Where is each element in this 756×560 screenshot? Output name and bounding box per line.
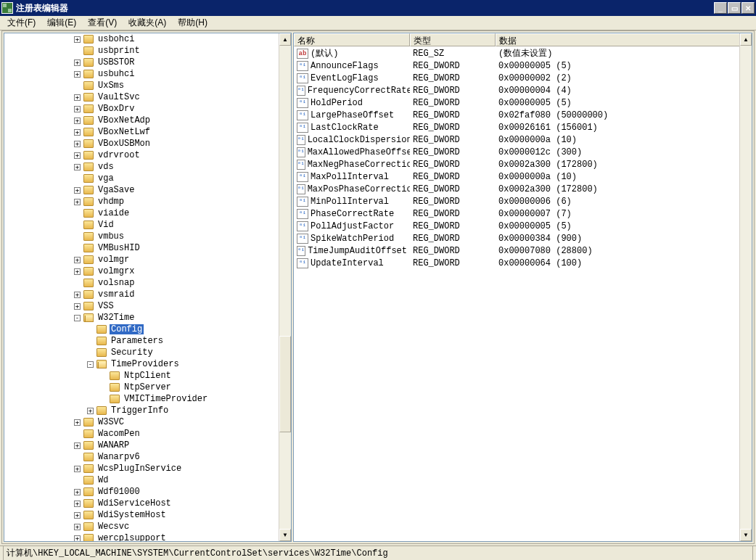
tree-node[interactable]: -TimeProviders xyxy=(7,358,291,370)
expand-icon[interactable]: + xyxy=(74,292,81,298)
value-row[interactable]: ⁰¹AnnounceFlagsREG_DWORD0x00000005 (5) xyxy=(294,59,752,72)
tree-node[interactable]: +Wd xyxy=(7,474,291,486)
tree-node-label[interactable]: volmgrx xyxy=(96,266,136,276)
tree-node[interactable]: +NtpServer xyxy=(7,382,291,393)
value-row[interactable]: ⁰¹HoldPeriodREG_DWORD0x00000005 (5) xyxy=(294,96,752,109)
tree-node-label[interactable]: vdrvroot xyxy=(96,150,141,160)
col-header-data[interactable]: 数据 xyxy=(496,33,752,46)
tree-node[interactable]: +VBoxUSBMon xyxy=(7,138,291,149)
tree-node-label[interactable]: VaultSvc xyxy=(96,92,141,102)
tree-node[interactable]: +Parameters xyxy=(7,335,291,347)
tree-node[interactable]: +Wdf01000 xyxy=(7,486,291,498)
scroll-down-button[interactable]: ▼ xyxy=(740,529,752,541)
expand-icon[interactable]: + xyxy=(74,199,81,205)
value-row[interactable]: ⁰¹SpikeWatchPeriodREG_DWORD0x00000384 (9… xyxy=(294,232,752,244)
maximize-button[interactable]: ▭ xyxy=(728,2,741,14)
tree-node-label[interactable]: vds xyxy=(96,162,115,172)
tree-node[interactable]: +usbuhci xyxy=(7,68,291,80)
tree-node-label[interactable]: vga xyxy=(96,173,115,184)
tree-node[interactable]: +WANARP xyxy=(7,440,291,451)
scroll-track[interactable] xyxy=(740,46,752,529)
tree-node[interactable]: +Vid xyxy=(7,219,291,231)
expand-icon[interactable]: + xyxy=(74,512,81,519)
tree-node-label[interactable]: VgaSave xyxy=(96,185,136,195)
value-row[interactable]: ⁰¹MaxPollIntervalREG_DWORD0x0000000a (10… xyxy=(294,170,752,183)
expand-icon[interactable]: + xyxy=(74,303,81,310)
expand-icon[interactable]: + xyxy=(74,129,81,136)
tree-node[interactable]: +VBoxNetAdp xyxy=(7,115,291,126)
tree-node-label[interactable]: Wanarpv6 xyxy=(96,452,141,462)
tree-node[interactable]: +WacomPen xyxy=(7,428,291,440)
col-header-type[interactable]: 类型 xyxy=(410,33,496,46)
value-row[interactable]: ⁰¹MaxNegPhaseCorrectionREG_DWORD0x0002a3… xyxy=(294,158,752,170)
expand-icon[interactable]: + xyxy=(74,36,81,43)
tree-node[interactable]: +VSS xyxy=(7,300,291,312)
menu-favorites[interactable]: 收藏夹(A) xyxy=(123,15,172,30)
tree-node-label[interactable]: TriggerInfo xyxy=(110,405,170,416)
scroll-track[interactable] xyxy=(279,46,291,529)
tree-node-label[interactable]: VBoxNetLwf xyxy=(96,127,152,137)
expand-icon[interactable]: + xyxy=(74,419,81,426)
expand-icon[interactable]: + xyxy=(74,524,81,530)
tree-node-label[interactable]: volmgr xyxy=(96,255,131,265)
list-body[interactable]: ab(默认)REG_SZ(数值未设置)⁰¹AnnounceFlagsREG_DW… xyxy=(294,46,752,541)
tree-node[interactable]: +vmbus xyxy=(7,231,291,242)
tree-node-label[interactable]: VSS xyxy=(96,301,115,311)
tree-node-label[interactable]: WcsPlugInService xyxy=(96,464,183,474)
value-row[interactable]: ⁰¹MaxPosPhaseCorrectionREG_DWORD0x0002a3… xyxy=(294,183,752,195)
tree-node-label[interactable]: usbuhci xyxy=(96,69,136,79)
tree-node-label[interactable]: WacomPen xyxy=(96,429,141,439)
tree-node[interactable]: +vds xyxy=(7,161,291,173)
value-row[interactable]: ⁰¹LastClockRateREG_DWORD0x00026161 (1560… xyxy=(294,121,752,133)
tree-node-label[interactable]: viaide xyxy=(96,208,131,218)
tree-node[interactable]: +volmgr xyxy=(7,254,291,265)
tree-node-label[interactable]: TimeProviders xyxy=(110,359,181,369)
tree-node-label[interactable]: vhdmp xyxy=(96,197,126,207)
tree-node[interactable]: +WdiServiceHost xyxy=(7,498,291,509)
tree-node[interactable]: +VMBusHID xyxy=(7,242,291,254)
tree-node[interactable]: -W32Time xyxy=(7,312,291,324)
tree-body[interactable]: +usbohci+usbprint+USBSTOR+usbuhci+UxSms+… xyxy=(4,33,291,541)
value-row[interactable]: ⁰¹MaxAllowedPhaseOffsetREG_DWORD0x000001… xyxy=(294,146,752,158)
tree-node[interactable]: +Wecsvc xyxy=(7,521,291,532)
tree-node-label[interactable]: volsnap xyxy=(96,278,136,288)
tree-node-label[interactable]: WdiSystemHost xyxy=(96,510,168,520)
tree-node-label[interactable]: Wdf01000 xyxy=(96,487,141,497)
expand-icon[interactable]: + xyxy=(74,501,81,507)
tree-node[interactable]: +Security xyxy=(7,347,291,358)
expand-icon[interactable]: + xyxy=(74,535,81,542)
tree-node[interactable]: +TriggerInfo xyxy=(7,405,291,416)
value-row[interactable]: ⁰¹LargePhaseOffsetREG_DWORD0x02faf080 (5… xyxy=(294,109,752,121)
expand-icon[interactable]: + xyxy=(74,59,81,66)
expand-icon[interactable]: + xyxy=(74,152,81,159)
close-button[interactable]: ✕ xyxy=(741,2,755,14)
tree-node-label[interactable]: Parameters xyxy=(110,336,165,346)
tree-node-label[interactable]: usbprint xyxy=(96,46,141,56)
tree-node[interactable]: +vsmraid xyxy=(7,289,291,300)
value-row[interactable]: ⁰¹TimeJumpAuditOffsetREG_DWORD0x00007080… xyxy=(294,244,752,257)
tree-node-label[interactable]: vmbus xyxy=(96,231,126,242)
expand-icon[interactable]: + xyxy=(74,71,81,78)
tree-node[interactable]: +wercplsupport xyxy=(7,532,291,541)
tree-node[interactable]: +viaide xyxy=(7,207,291,219)
collapse-icon[interactable]: - xyxy=(74,315,81,321)
tree-node[interactable]: +VBoxDrv xyxy=(7,103,291,115)
scroll-down-button[interactable]: ▼ xyxy=(279,529,291,541)
tree-node-label[interactable]: WdiServiceHost xyxy=(96,498,173,508)
tree-node-label[interactable]: Config xyxy=(110,324,144,334)
tree-node[interactable]: +volmgrx xyxy=(7,265,291,277)
tree-node[interactable]: +volsnap xyxy=(7,277,291,289)
tree-node-label[interactable]: UxSms xyxy=(96,81,126,91)
value-row[interactable]: ⁰¹LocalClockDispersionREG_DWORD0x0000000… xyxy=(294,133,752,146)
expand-icon[interactable]: + xyxy=(74,466,81,472)
tree-node[interactable]: +W3SVC xyxy=(7,416,291,428)
expand-icon[interactable]: + xyxy=(74,164,81,170)
tree-node[interactable]: +WdiSystemHost xyxy=(7,509,291,521)
menu-file[interactable]: 文件(F) xyxy=(1,15,41,30)
tree-node-label[interactable]: NtpServer xyxy=(123,382,173,392)
menu-help[interactable]: 帮助(H) xyxy=(172,15,213,30)
tree-node[interactable]: +NtpClient xyxy=(7,370,291,382)
tree-node-label[interactable]: VMBusHID xyxy=(96,243,141,253)
tree-node-label[interactable]: Vid xyxy=(96,220,115,230)
tree-node[interactable]: +Wanarpv6 xyxy=(7,451,291,463)
